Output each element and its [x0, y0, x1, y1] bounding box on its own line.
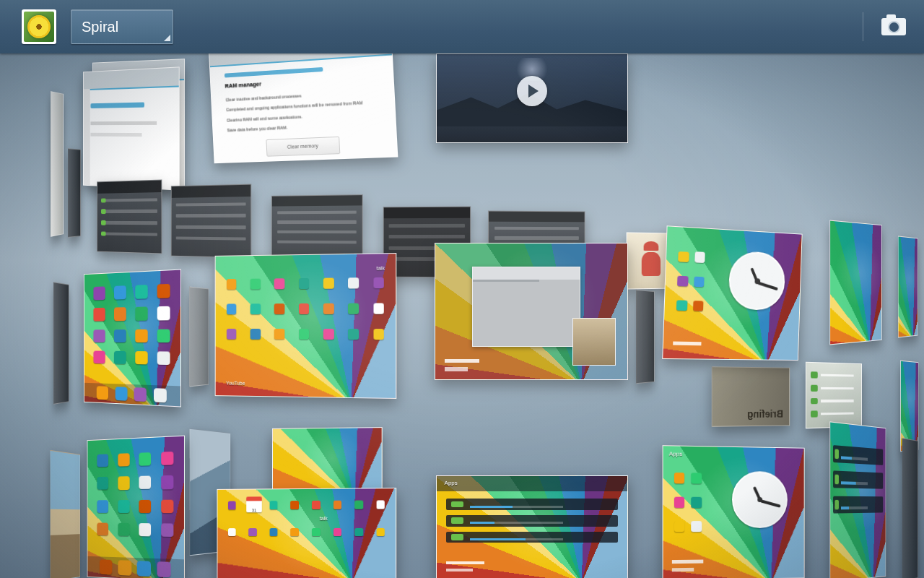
- app-icon: [136, 307, 148, 321]
- app-icon: [274, 278, 285, 289]
- thumb-sliver-2[interactable]: [68, 148, 81, 238]
- task-progress-fill: [470, 506, 513, 508]
- text-label: talk: [377, 265, 385, 271]
- bar: [389, 235, 465, 238]
- dock-icon: [134, 387, 147, 402]
- dock-icon: [157, 561, 170, 577]
- thumb-video-night[interactable]: [436, 53, 628, 143]
- gallery-app-icon[interactable]: [22, 9, 56, 44]
- thumb-apps-clock[interactable]: Apps: [663, 445, 805, 578]
- task-progress-track: [841, 456, 868, 461]
- text-label: Apps: [445, 480, 458, 487]
- task-row: [446, 515, 618, 527]
- bar: [446, 569, 473, 571]
- app-icon: [97, 454, 109, 467]
- app-icon: [677, 275, 688, 286]
- app-icon: [274, 329, 285, 340]
- app-icon: [333, 501, 341, 509]
- thumb-home-clock-1[interactable]: [662, 225, 802, 361]
- thumb-settings-list-2[interactable]: [171, 184, 252, 259]
- app-icon: [323, 329, 334, 340]
- list-header: [172, 185, 251, 198]
- task-progress-fill: [841, 506, 850, 510]
- text-label: 31: [252, 508, 257, 513]
- thumb-home-grid-1[interactable]: [84, 269, 181, 407]
- app-icon: [118, 477, 129, 490]
- analog-clock-widget: [728, 251, 786, 311]
- bar: [91, 103, 145, 108]
- thumb-settings-dialog[interactable]: [83, 66, 180, 190]
- apps-header-bar: Apps: [437, 476, 627, 491]
- bar: [277, 220, 357, 224]
- inner-window-header: [473, 267, 580, 280]
- topbar-actions: [863, 0, 924, 53]
- app-icon: [312, 501, 321, 509]
- thumb-sliver-4[interactable]: [189, 286, 209, 387]
- bar: [101, 210, 157, 213]
- thumb-settings-list-3[interactable]: [271, 194, 363, 259]
- app-icon: [299, 303, 310, 314]
- app-icon: [323, 277, 334, 288]
- app-icon: [118, 453, 129, 467]
- task-progress-track: [470, 522, 562, 524]
- thumb-apps-tasks[interactable]: Apps: [436, 475, 628, 578]
- task-icon: [835, 449, 839, 459]
- app-icon-grid: [674, 246, 707, 317]
- bar: [446, 561, 484, 564]
- app-icon: [114, 308, 126, 321]
- task-progress-track: [470, 538, 562, 540]
- task-progress-fill: [470, 522, 494, 524]
- thumb-balloon-rows[interactable]: [829, 421, 886, 578]
- thumb-home-grid-2[interactable]: [87, 436, 185, 578]
- thumb-ram-manager[interactable]: RAM managerClear inactive and background…: [209, 35, 398, 164]
- thumb-sliver-6[interactable]: [902, 438, 918, 578]
- task-progress-track: [841, 481, 868, 486]
- app-icon: [694, 252, 705, 263]
- task-progress-fill: [470, 538, 526, 540]
- task-progress-track: [841, 506, 868, 509]
- top-bar: Spiral: [0, 0, 924, 53]
- list-header: [97, 181, 161, 194]
- view-mode-dropdown[interactable]: Spiral: [71, 9, 173, 44]
- bar: [101, 220, 106, 225]
- app-icon: [226, 303, 236, 314]
- task-row: [833, 470, 883, 489]
- thumb-file-manager[interactable]: [806, 362, 862, 429]
- text-label: Save data before you clear RAM.: [227, 121, 384, 132]
- thumb-sliver-3[interactable]: [53, 282, 69, 405]
- thumb-home-widgets[interactable]: 31talk: [217, 488, 396, 578]
- bar: [672, 559, 704, 564]
- app-icon: [678, 251, 689, 262]
- app-icon: [348, 329, 359, 340]
- task-progress-track: [470, 506, 562, 508]
- thumb-screenshot-overlay[interactable]: [435, 243, 628, 380]
- app-icon: [94, 287, 105, 300]
- bar: [101, 198, 106, 203]
- text-label: Apps: [669, 452, 683, 458]
- app-icon: [312, 528, 321, 537]
- thumb-sliver-1[interactable]: [51, 91, 64, 237]
- bar: [811, 372, 818, 379]
- dock-icon: [118, 560, 131, 575]
- app-icon-grid: [672, 467, 704, 537]
- thumb-briefing[interactable]: Briefing: [712, 366, 790, 427]
- app-icon-grid: [95, 448, 175, 540]
- bar: [445, 359, 479, 363]
- text-label: Clearing RAM will end some applications.: [227, 110, 384, 122]
- app-icon: [228, 501, 236, 510]
- bar: [811, 398, 818, 405]
- thumb-photo-beach[interactable]: [51, 450, 80, 578]
- app-icon: [299, 329, 310, 340]
- thumb-balloon-tilt-1[interactable]: [829, 220, 881, 345]
- app-icon: [269, 501, 277, 510]
- app-icon-grid: [226, 523, 386, 541]
- app-icon: [323, 303, 334, 314]
- spiral-stage[interactable]: RAM managerClear inactive and background…: [0, 0, 924, 578]
- camera-button[interactable]: [863, 0, 924, 53]
- thumb-balloon-tilt-2[interactable]: [898, 236, 918, 337]
- thumb-settings-list-1[interactable]: [97, 180, 162, 254]
- thumb-home-wide[interactable]: talkYouTube: [215, 253, 397, 399]
- thumb-sliver-5[interactable]: [636, 290, 655, 384]
- inner-window: [472, 267, 581, 347]
- task-icon: [451, 517, 463, 524]
